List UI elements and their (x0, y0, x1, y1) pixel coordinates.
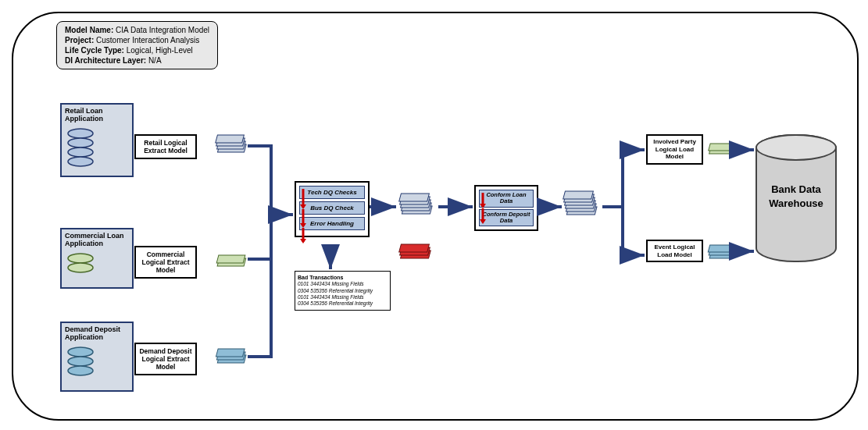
svg-point-6 (68, 347, 93, 357)
svg-rect-25 (399, 244, 430, 252)
diagram-container: Model Name: CIA Data Integration Model P… (12, 12, 859, 421)
svg-point-0 (68, 129, 93, 138)
conform-flow-arrows (477, 190, 488, 227)
source-retail-loan: Retail Loan Application (60, 103, 134, 177)
dq-err: Error Handling (299, 217, 365, 230)
stack-icon (213, 343, 252, 371)
svg-rect-31 (563, 191, 594, 199)
load-involved-party: Involved Party Logical Load Model (646, 134, 703, 165)
extract-retail: Retail Logical Extract Model (134, 134, 197, 159)
source-commercial-loan: Commercial Loan Application (60, 228, 134, 289)
dq-tech: Tech DQ Checks (299, 186, 365, 199)
source-commercial-label: Commercial Loan Application (65, 232, 129, 247)
stack-icon (705, 138, 740, 160)
svg-rect-14 (216, 255, 245, 263)
conform-box: Conform Loan Data Conform Deposit Data (474, 185, 538, 231)
extract-demand: Demand Deposit Logical Extract Model (134, 343, 197, 375)
stack-icon (396, 189, 439, 224)
svg-point-2 (68, 147, 93, 157)
svg-rect-22 (399, 194, 430, 201)
source-demand-deposit: Demand Deposit Application (60, 322, 134, 392)
svg-rect-12 (216, 135, 245, 143)
load-event: Event Logical Load Model (646, 240, 703, 262)
svg-point-7 (68, 357, 93, 366)
svg-point-8 (68, 366, 93, 375)
svg-rect-33 (709, 144, 734, 151)
bad-transactions-report: Bad Transactions 0101 3443434 Missing Fi… (295, 271, 391, 311)
extract-commercial: Commercial Logical Extract Model (134, 246, 197, 279)
stack-icon (213, 130, 252, 162)
dq-bus: Bus DQ Check (299, 201, 365, 215)
source-demand-label: Demand Deposit Application (65, 325, 129, 341)
svg-point-3 (68, 157, 93, 166)
stack-icon (705, 241, 740, 266)
svg-point-1 (68, 138, 93, 147)
error-stack-icon (396, 240, 439, 263)
dq-process-box: Tech DQ Checks Bus DQ Check Error Handli… (295, 181, 370, 237)
stack-icon (560, 187, 603, 226)
data-warehouse: Bank Data Warehouse (755, 134, 837, 262)
svg-point-4 (68, 254, 93, 263)
svg-point-5 (68, 263, 93, 272)
model-info-box: Model Name: CIA Data Integration Model P… (56, 21, 218, 69)
stack-icon (213, 249, 252, 272)
source-retail-label: Retail Loan Application (65, 107, 129, 123)
svg-rect-17 (216, 349, 245, 357)
svg-rect-36 (708, 245, 733, 252)
warehouse-label: Bank Data Warehouse (757, 183, 835, 211)
dq-flow-arrows (298, 186, 309, 247)
